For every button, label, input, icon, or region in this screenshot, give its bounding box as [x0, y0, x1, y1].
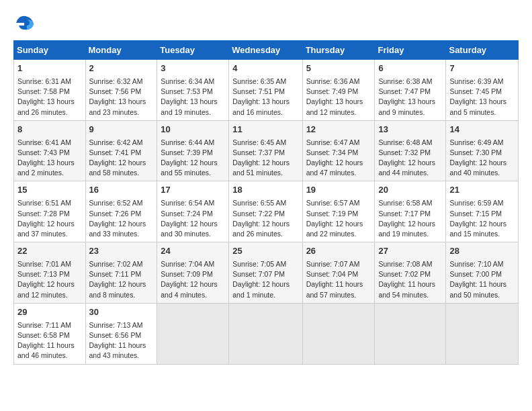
header: [13, 11, 519, 35]
day-header-sunday: Sunday: [14, 41, 86, 60]
calendar-cell: 23Sunrise: 7:02 AMSunset: 7:11 PMDayligh…: [85, 242, 157, 304]
calendar-cell: [157, 303, 229, 364]
day-number: 30: [89, 306, 154, 319]
calendar-week-row: 29Sunrise: 7:11 AMSunset: 6:58 PMDayligh…: [14, 303, 519, 364]
day-number: 29: [17, 306, 82, 319]
day-number: 19: [306, 184, 371, 197]
day-number: 11: [232, 124, 298, 136]
calendar-cell: 12Sunrise: 6:47 AMSunset: 7:34 PMDayligh…: [302, 120, 375, 181]
day-number: 21: [449, 184, 515, 197]
calendar-cell: 10Sunrise: 6:44 AMSunset: 7:39 PMDayligh…: [157, 120, 229, 181]
calendar-cell: 8Sunrise: 6:41 AMSunset: 7:43 PMDaylight…: [14, 120, 86, 181]
calendar-week-row: 15Sunrise: 6:51 AMSunset: 7:28 PMDayligh…: [14, 181, 519, 242]
calendar-cell: 29Sunrise: 7:11 AMSunset: 6:58 PMDayligh…: [14, 303, 86, 364]
day-header-saturday: Saturday: [446, 41, 519, 60]
calendar-cell: 30Sunrise: 7:13 AMSunset: 6:56 PMDayligh…: [85, 303, 157, 364]
calendar-cell: 7Sunrise: 6:39 AMSunset: 7:45 PMDaylight…: [446, 60, 519, 121]
calendar-cell: 2Sunrise: 6:32 AMSunset: 7:56 PMDaylight…: [85, 60, 157, 121]
day-number: 4: [232, 62, 298, 75]
day-number: 10: [161, 124, 225, 136]
calendar-cell: 22Sunrise: 7:01 AMSunset: 7:13 PMDayligh…: [14, 242, 86, 304]
calendar-cell: 24Sunrise: 7:04 AMSunset: 7:09 PMDayligh…: [157, 242, 229, 304]
calendar-cell: 26Sunrise: 7:07 AMSunset: 7:04 PMDayligh…: [302, 242, 375, 304]
day-number: 28: [449, 245, 515, 258]
calendar-cell: [229, 303, 302, 364]
calendar-cell: 15Sunrise: 6:51 AMSunset: 7:28 PMDayligh…: [14, 181, 86, 242]
day-number: 12: [306, 124, 371, 136]
logo: [13, 11, 42, 35]
day-number: 15: [17, 184, 82, 197]
calendar-cell: 3Sunrise: 6:34 AMSunset: 7:53 PMDaylight…: [157, 60, 229, 121]
calendar-cell: 18Sunrise: 6:55 AMSunset: 7:22 PMDayligh…: [229, 181, 302, 242]
day-number: 16: [89, 184, 154, 197]
calendar-cell: 9Sunrise: 6:42 AMSunset: 7:41 PMDaylight…: [85, 120, 157, 181]
calendar-cell: 14Sunrise: 6:49 AMSunset: 7:30 PMDayligh…: [446, 120, 519, 181]
calendar-week-row: 22Sunrise: 7:01 AMSunset: 7:13 PMDayligh…: [14, 242, 519, 304]
calendar-cell: 1Sunrise: 6:31 AMSunset: 7:58 PMDaylight…: [14, 60, 86, 121]
day-number: 24: [161, 245, 225, 258]
calendar-week-row: 1Sunrise: 6:31 AMSunset: 7:58 PMDaylight…: [14, 60, 519, 121]
day-number: 8: [17, 124, 82, 136]
day-number: 18: [232, 184, 298, 197]
day-number: 20: [378, 184, 442, 197]
day-number: 27: [378, 245, 442, 258]
calendar-cell: [375, 303, 446, 364]
calendar-cell: 19Sunrise: 6:57 AMSunset: 7:19 PMDayligh…: [302, 181, 375, 242]
day-number: 6: [378, 62, 442, 75]
day-number: 13: [378, 124, 442, 136]
calendar-header-row: SundayMondayTuesdayWednesdayThursdayFrid…: [14, 41, 519, 60]
page: SundayMondayTuesdayWednesdayThursdayFrid…: [0, 0, 532, 411]
calendar-cell: 13Sunrise: 6:48 AMSunset: 7:32 PMDayligh…: [375, 120, 446, 181]
calendar-cell: 21Sunrise: 6:59 AMSunset: 7:15 PMDayligh…: [446, 181, 519, 242]
calendar-cell: 28Sunrise: 7:10 AMSunset: 7:00 PMDayligh…: [446, 242, 519, 304]
day-header-wednesday: Wednesday: [229, 41, 302, 60]
day-header-friday: Friday: [375, 41, 446, 60]
calendar-table: SundayMondayTuesdayWednesdayThursdayFrid…: [13, 40, 519, 365]
day-number: 17: [161, 184, 225, 197]
day-number: 7: [449, 62, 515, 75]
day-number: 2: [89, 62, 154, 75]
calendar-cell: 4Sunrise: 6:35 AMSunset: 7:51 PMDaylight…: [229, 60, 302, 121]
day-number: 26: [306, 245, 371, 258]
calendar-cell: [302, 303, 375, 364]
day-header-monday: Monday: [85, 41, 157, 60]
calendar-cell: 16Sunrise: 6:52 AMSunset: 7:26 PMDayligh…: [85, 181, 157, 242]
calendar-cell: 17Sunrise: 6:54 AMSunset: 7:24 PMDayligh…: [157, 181, 229, 242]
calendar-cell: 5Sunrise: 6:36 AMSunset: 7:49 PMDaylight…: [302, 60, 375, 121]
day-number: 22: [17, 245, 82, 258]
day-number: 14: [449, 124, 515, 136]
calendar-cell: [446, 303, 519, 364]
day-number: 3: [161, 62, 225, 75]
day-header-tuesday: Tuesday: [157, 41, 229, 60]
day-header-thursday: Thursday: [302, 41, 375, 60]
day-number: 23: [89, 245, 154, 258]
generalblue-logo-icon: [13, 11, 38, 35]
day-number: 1: [17, 62, 82, 75]
calendar-week-row: 8Sunrise: 6:41 AMSunset: 7:43 PMDaylight…: [14, 120, 519, 181]
day-number: 9: [89, 124, 154, 136]
day-number: 5: [306, 62, 371, 75]
calendar-cell: 25Sunrise: 7:05 AMSunset: 7:07 PMDayligh…: [229, 242, 302, 304]
day-number: 25: [232, 245, 298, 258]
calendar-cell: 20Sunrise: 6:58 AMSunset: 7:17 PMDayligh…: [375, 181, 446, 242]
calendar-cell: 27Sunrise: 7:08 AMSunset: 7:02 PMDayligh…: [375, 242, 446, 304]
calendar-cell: 6Sunrise: 6:38 AMSunset: 7:47 PMDaylight…: [375, 60, 446, 121]
calendar-cell: 11Sunrise: 6:45 AMSunset: 7:37 PMDayligh…: [229, 120, 302, 181]
